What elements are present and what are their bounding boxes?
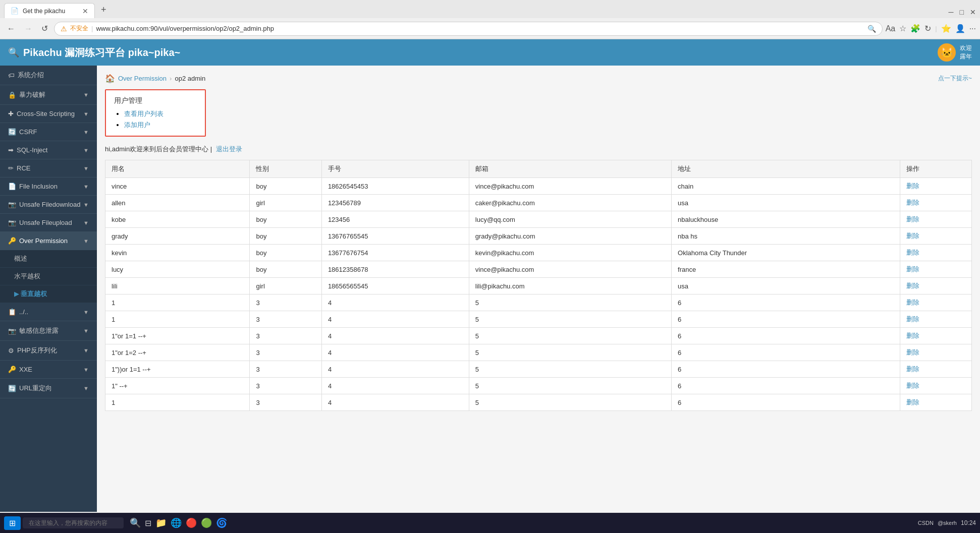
delete-link[interactable]: 删除 bbox=[906, 215, 919, 223]
sidebar-sub-item-overview[interactable]: 概述 bbox=[0, 250, 97, 268]
delete-link[interactable]: 删除 bbox=[906, 199, 919, 206]
cell-address: 6 bbox=[672, 344, 900, 361]
sidebar-item-label: ➡ SQL-Inject bbox=[8, 146, 47, 154]
sidebar-item-unsafe-fileupload[interactable]: 📷 Unsafe Fileupload ▼ bbox=[0, 214, 97, 232]
sidebar-item-xxe[interactable]: 🔑 XXE ▼ bbox=[0, 361, 97, 379]
cell-gender: 3 bbox=[250, 394, 321, 411]
delete-link[interactable]: 删除 bbox=[906, 232, 919, 240]
col-header-phone: 手号 bbox=[321, 160, 469, 178]
cell-gender: girl bbox=[250, 195, 321, 211]
delete-link[interactable]: 删除 bbox=[906, 282, 919, 289]
delete-link[interactable]: 删除 bbox=[906, 299, 919, 306]
sidebar-item-xss[interactable]: ✚ Cross-Site Scripting ▼ bbox=[0, 105, 97, 123]
cell-address: chain bbox=[672, 178, 900, 195]
browser-favicon: 📄 Get the pikachu ✕ bbox=[4, 3, 95, 18]
home-icon[interactable]: 🏠 bbox=[105, 74, 115, 83]
cell-action[interactable]: 删除 bbox=[900, 294, 971, 311]
sidebar-item-sql-inject[interactable]: ➡ SQL-Inject ▼ bbox=[0, 141, 97, 159]
cell-gender: 3 bbox=[250, 378, 321, 394]
delete-link[interactable]: 删除 bbox=[906, 265, 919, 273]
bookmark-icon[interactable]: ⭐ bbox=[941, 24, 951, 33]
sidebar-sub-item-horizontal[interactable]: 水平越权 bbox=[0, 268, 97, 285]
main-layout: 🏷 系统介绍 🔒 暴力破解 ▼ ✚ Cross-Site Scripting ▼… bbox=[0, 66, 980, 512]
tab-close-icon[interactable]: ✕ bbox=[82, 8, 88, 15]
cell-email: 5 bbox=[469, 378, 671, 394]
sidebar-item-unsafe-filedownload[interactable]: 📷 Unsafe Filedownload ▼ bbox=[0, 196, 97, 214]
cell-action[interactable]: 删除 bbox=[900, 378, 971, 394]
cell-action[interactable]: 删除 bbox=[900, 311, 971, 328]
cell-username: 1 bbox=[105, 294, 250, 311]
delete-link[interactable]: 删除 bbox=[906, 182, 919, 190]
sidebar-item-sys-intro[interactable]: 🏷 系统介绍 bbox=[0, 66, 97, 85]
breadcrumb-link-over-permission[interactable]: Over Permission bbox=[118, 75, 167, 82]
cell-phone: 18612358678 bbox=[321, 261, 469, 278]
cell-action[interactable]: 删除 bbox=[900, 245, 971, 261]
table-row: 1"or 1=2 --+3456删除 bbox=[105, 344, 972, 361]
delete-link[interactable]: 删除 bbox=[906, 382, 919, 389]
cell-phone: 13677676754 bbox=[321, 245, 469, 261]
sidebar-item-over-permission[interactable]: 🔑 Over Permission ▼ bbox=[0, 232, 97, 250]
table-row: allengirl123456789caker@pikachu.comusa删除 bbox=[105, 195, 972, 211]
sidebar-item-dir-traversal[interactable]: 📋 ../.. ▼ bbox=[0, 303, 97, 321]
cell-action[interactable]: 删除 bbox=[900, 211, 971, 228]
cell-action[interactable]: 删除 bbox=[900, 361, 971, 378]
delete-link[interactable]: 删除 bbox=[906, 249, 919, 256]
cell-action[interactable]: 删除 bbox=[900, 178, 971, 195]
cell-action[interactable]: 删除 bbox=[900, 394, 971, 411]
add-user-link[interactable]: 添加用户 bbox=[124, 121, 150, 129]
cell-action[interactable]: 删除 bbox=[900, 278, 971, 294]
sidebar-item-url-redirect[interactable]: 🔄 URL重定向 ▼ bbox=[0, 379, 97, 398]
window-close-icon[interactable]: ✕ bbox=[970, 8, 976, 16]
cell-action[interactable]: 删除 bbox=[900, 195, 971, 211]
breadcrumb-hint[interactable]: 点一下提示~ bbox=[938, 74, 972, 83]
logout-link[interactable]: 退出登录 bbox=[216, 145, 242, 153]
read-mode-icon[interactable]: Aa bbox=[886, 24, 896, 33]
more-options-icon[interactable]: ··· bbox=[969, 24, 976, 33]
delete-link[interactable]: 删除 bbox=[906, 365, 919, 373]
view-users-link[interactable]: 查看用户列表 bbox=[124, 110, 164, 117]
nav-forward-button[interactable]: → bbox=[21, 22, 35, 35]
cell-username: lucy bbox=[105, 261, 250, 278]
cell-address: usa bbox=[672, 195, 900, 211]
sidebar-item-file-inclusion[interactable]: 📄 File Inclusion ▼ bbox=[0, 177, 97, 196]
delete-link[interactable]: 删除 bbox=[906, 332, 919, 339]
download-icon: 📷 bbox=[8, 201, 16, 208]
cell-action[interactable]: 删除 bbox=[900, 261, 971, 278]
cell-username: vince bbox=[105, 178, 250, 195]
cell-username: 1" --+ bbox=[105, 378, 250, 394]
sidebar-item-label: 🔄 URL重定向 bbox=[8, 384, 52, 393]
table-row: kevinboy13677676754kevin@pikachu.comOkla… bbox=[105, 245, 972, 261]
favorites-icon[interactable]: ☆ bbox=[899, 24, 906, 33]
nav-refresh-button[interactable]: ↺ bbox=[38, 22, 51, 35]
nav-back-button[interactable]: ← bbox=[4, 22, 18, 35]
chevron-down-icon: ▼ bbox=[83, 147, 89, 153]
cell-action[interactable]: 删除 bbox=[900, 344, 971, 361]
sidebar-sub-item-vertical[interactable]: ▶ 垂直越权 bbox=[0, 285, 97, 303]
window-maximize-icon[interactable]: □ bbox=[960, 8, 964, 16]
address-url[interactable]: www.pikachu.com:90/vul/overpermission/op… bbox=[96, 25, 864, 32]
sidebar-item-rce[interactable]: ✏ RCE ▼ bbox=[0, 159, 97, 177]
window-minimize-icon[interactable]: ─ bbox=[949, 8, 954, 16]
cell-action[interactable]: 删除 bbox=[900, 328, 971, 344]
sidebar-item-csrf[interactable]: 🔄 CSRF ▼ bbox=[0, 123, 97, 141]
delete-link[interactable]: 删除 bbox=[906, 398, 919, 406]
cell-email: lucy@qq.com bbox=[469, 211, 671, 228]
address-input-wrap[interactable]: ⚠ 不安全 | www.pikachu.com:90/vul/overpermi… bbox=[54, 22, 883, 36]
sidebar-item-brute-force[interactable]: 🔒 暴力破解 ▼ bbox=[0, 85, 97, 105]
new-tab-button[interactable]: + bbox=[97, 3, 111, 17]
chevron-down-icon: ▼ bbox=[83, 111, 89, 117]
sync-icon[interactable]: ↻ bbox=[924, 24, 931, 33]
extensions-icon[interactable]: 🧩 bbox=[910, 24, 920, 33]
user-profile-icon[interactable]: 👤 bbox=[955, 24, 965, 33]
sidebar-item-php-deserialize[interactable]: ⚙ PHP反序列化 ▼ bbox=[0, 341, 97, 361]
sidebar-item-sensitive-info[interactable]: 📷 敏感信息泄露 ▼ bbox=[0, 321, 97, 341]
cell-username: 1"or 1=1 --+ bbox=[105, 328, 250, 344]
sidebar: 🏷 系统介绍 🔒 暴力破解 ▼ ✚ Cross-Site Scripting ▼… bbox=[0, 66, 97, 512]
chevron-down-icon: ▼ bbox=[83, 220, 89, 226]
cell-email: 5 bbox=[469, 394, 671, 411]
camera-icon: 📷 bbox=[8, 327, 16, 335]
cell-email: lili@pikachu.com bbox=[469, 278, 671, 294]
cell-action[interactable]: 删除 bbox=[900, 228, 971, 245]
delete-link[interactable]: 删除 bbox=[906, 348, 919, 356]
delete-link[interactable]: 删除 bbox=[906, 315, 919, 323]
